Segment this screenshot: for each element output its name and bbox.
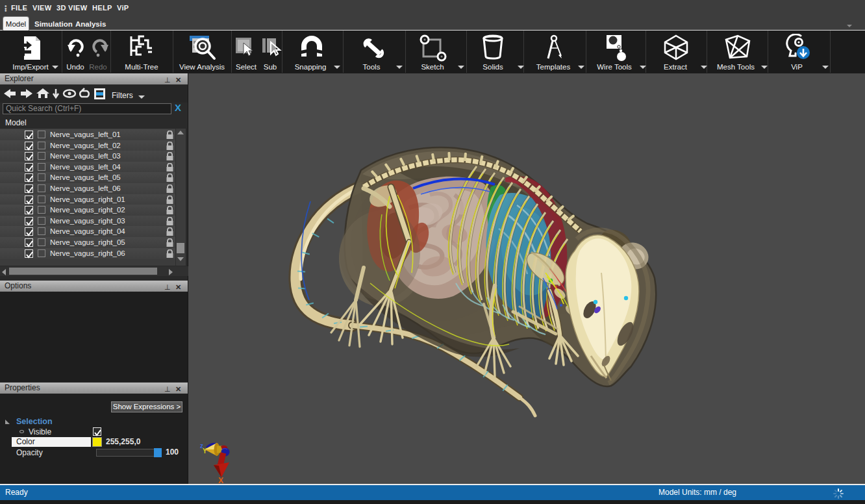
svg-text:Y: Y bbox=[203, 447, 207, 455]
svg-text:X: X bbox=[218, 476, 223, 484]
